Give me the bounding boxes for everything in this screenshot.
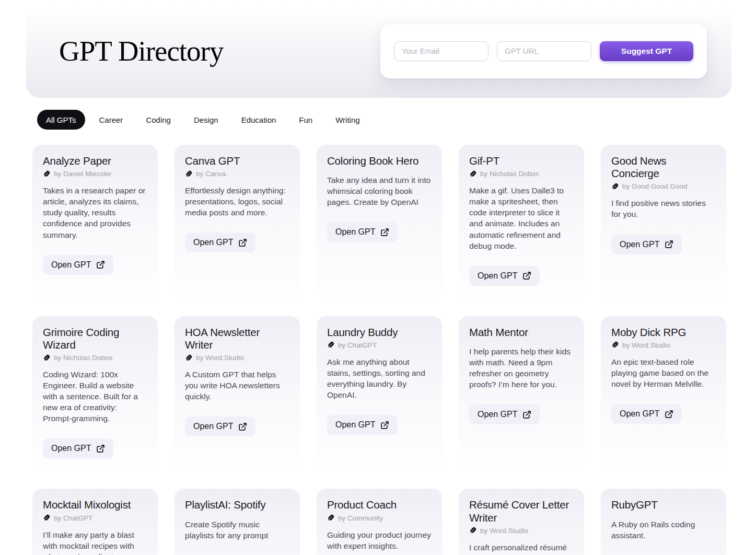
gpt-card-title: Laundry Buddy — [327, 326, 432, 339]
gpt-card-description: Effortlessly design anything: presentati… — [185, 185, 289, 218]
open-gpt-button[interactable]: Open GPT — [327, 415, 398, 435]
suggest-gpt-button[interactable]: Suggest GPT — [600, 41, 693, 61]
gpt-card-description: I’ll make any party a blast with mocktai… — [43, 529, 147, 555]
tab-label: All GPTs — [46, 115, 76, 124]
open-gpt-label: Open GPT — [620, 409, 659, 419]
gpt-card: Grimoire Coding Wizard by Nicholas Dobos… — [32, 316, 158, 470]
gpt-card-grid: Analyze Paper by Daniel Miessler Takes i… — [32, 145, 726, 555]
gpt-card: HOA Newsletter Writer by Word.Studio A C… — [175, 316, 300, 470]
tab-label: Career — [99, 115, 123, 124]
gpt-card: Résumé Cover Letter Writer by Word.Studi… — [459, 489, 584, 555]
page-title: GPT Directory — [59, 34, 223, 67]
gpt-card-author-label: by ChatGPT — [338, 341, 377, 349]
tab-all-gpts[interactable]: All GPTs — [37, 110, 85, 130]
open-gpt-button[interactable]: Open GPT — [611, 235, 682, 255]
gpt-card: Mocktail Mixologist by ChatGPT I’ll make… — [32, 489, 158, 555]
tab-label: Education — [241, 115, 276, 124]
open-gpt-button[interactable]: Open GPT — [469, 266, 540, 286]
tab-fun[interactable]: Fun — [290, 110, 321, 130]
gpt-card-author-label: by Nicholas Dobos — [480, 170, 539, 178]
gpt-card: Analyze Paper by Daniel Miessler Takes i… — [32, 145, 158, 297]
gpt-card-author: by Good Good Good — [611, 182, 716, 190]
open-gpt-label: Open GPT — [193, 422, 233, 431]
gpt-card-author: by Daniel Miessler — [43, 170, 147, 178]
tab-label: Coding — [146, 115, 171, 124]
open-gpt-button[interactable]: Open GPT — [43, 438, 113, 458]
gpt-url-input[interactable] — [497, 41, 591, 61]
feather-icon — [327, 341, 334, 349]
tab-coding[interactable]: Coding — [137, 110, 180, 130]
gpt-card-author: by Community — [327, 514, 432, 522]
gpt-card-author-label: by Community — [338, 514, 383, 522]
gpt-card-author-label: by Word.Studio — [622, 341, 670, 349]
open-gpt-label: Open GPT — [51, 444, 91, 453]
gpt-card-description: I craft personalized résumé cover letter… — [469, 542, 574, 555]
gpt-card: Laundry Buddy by ChatGPT Ask me anything… — [317, 316, 442, 470]
header-band: GPT Directory Suggest GPT — [26, 4, 731, 98]
gpt-card: PlaylistAI: Spotify Create Spotify music… — [175, 489, 300, 555]
gpt-card-title: Résumé Cover Letter Writer — [469, 499, 574, 524]
email-input[interactable] — [394, 41, 489, 61]
tab-label: Writing — [335, 115, 359, 124]
gpt-card-description: I find positive news stories for you. — [611, 198, 716, 219]
gpt-card: Product Coach by Community Guiding your … — [317, 489, 442, 555]
open-gpt-label: Open GPT — [51, 260, 91, 270]
external-link-icon — [522, 410, 531, 419]
tab-education[interactable]: Education — [232, 110, 285, 130]
gpt-card-author-label: by Nicholas Dobos — [54, 354, 113, 362]
gpt-card-title: Good News Concierge — [611, 155, 716, 180]
feather-icon — [185, 354, 192, 362]
gpt-card-author-label: by ChatGPT — [54, 514, 92, 522]
open-gpt-label: Open GPT — [620, 240, 659, 249]
tab-writing[interactable]: Writing — [327, 110, 368, 130]
feather-icon — [469, 527, 476, 534]
open-gpt-label: Open GPT — [193, 238, 233, 247]
feather-icon — [469, 170, 476, 178]
gpt-card: Coloring Book Hero Take any idea and tur… — [317, 145, 442, 297]
gpt-card-title: HOA Newsletter Writer — [185, 326, 289, 351]
gpt-card-title: Grimoire Coding Wizard — [43, 326, 147, 351]
feather-icon — [185, 170, 192, 178]
open-gpt-button[interactable]: Open GPT — [327, 222, 398, 242]
tab-design[interactable]: Design — [185, 110, 227, 130]
gpt-card-title: RubyGPT — [611, 499, 716, 511]
external-link-icon — [665, 240, 673, 249]
gpt-card: Math Mentor I help parents help their ki… — [459, 316, 584, 470]
gpt-card-title: PlaylistAI: Spotify — [185, 499, 289, 511]
open-gpt-button[interactable]: Open GPT — [185, 417, 255, 436]
feather-icon — [611, 183, 619, 190]
external-link-icon — [238, 422, 247, 431]
gpt-card-title: Moby Dick RPG — [611, 326, 716, 339]
open-gpt-button[interactable]: Open GPT — [469, 404, 540, 424]
gpt-card-title: Analyze Paper — [43, 155, 147, 167]
open-gpt-label: Open GPT — [478, 410, 517, 419]
gpt-card-author-label: by Good Good Good — [622, 182, 688, 190]
gpt-card: Canva GPT by Canva Effortlessly design a… — [175, 145, 300, 297]
external-link-icon — [380, 228, 389, 237]
tab-label: Design — [194, 115, 218, 124]
gpt-card-description: Takes in a research paper or article, an… — [43, 185, 147, 240]
open-gpt-button[interactable]: Open GPT — [185, 233, 255, 252]
gpt-card-title: Canva GPT — [185, 155, 289, 167]
gpt-card-author-label: by Word.Studio — [480, 527, 528, 535]
gpt-card-title: Mocktail Mixologist — [43, 499, 147, 511]
external-link-icon — [380, 421, 389, 430]
external-link-icon — [96, 444, 105, 453]
gpt-card-author: by Word.Studio — [469, 527, 574, 535]
gpt-card-author-label: by Word.Studio — [196, 354, 244, 362]
gpt-card-author: by ChatGPT — [327, 341, 432, 349]
open-gpt-button[interactable]: Open GPT — [43, 255, 113, 275]
gpt-card-title: Coloring Book Hero — [327, 155, 432, 167]
gpt-card-description: Coding Wizard: 100x Engineer. Build a we… — [43, 369, 147, 424]
gpt-card-description: Create Spotify music playlists for any p… — [185, 519, 289, 541]
gpt-card-author: by Word.Studio — [611, 341, 716, 349]
gpt-card-description: A Ruby on Rails coding assistant. — [611, 519, 716, 541]
gpt-card: Good News Concierge by Good Good Good I … — [601, 145, 726, 297]
gpt-card-title: Gif-PT — [469, 155, 574, 167]
feather-icon — [43, 354, 50, 362]
tab-career[interactable]: Career — [90, 110, 132, 130]
open-gpt-button[interactable]: Open GPT — [611, 404, 682, 424]
feather-icon — [611, 341, 619, 349]
suggest-gpt-form: Suggest GPT — [380, 24, 707, 78]
gpt-card: RubyGPT A Ruby on Rails coding assistant… — [601, 489, 726, 555]
